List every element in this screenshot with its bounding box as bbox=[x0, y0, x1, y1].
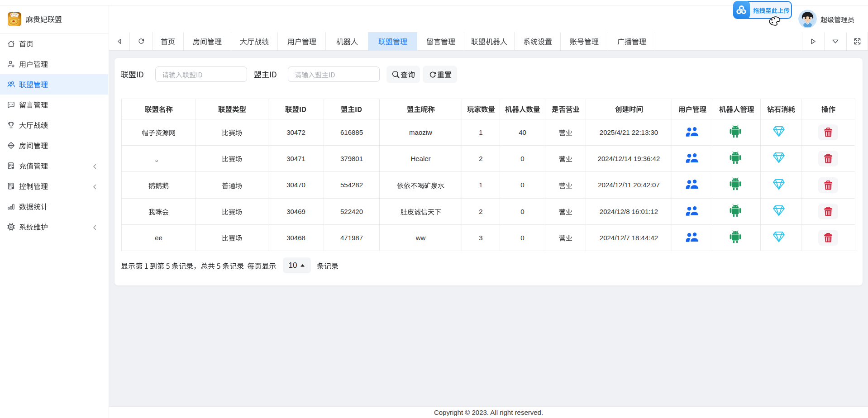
svg-text:A: A bbox=[13, 13, 14, 15]
